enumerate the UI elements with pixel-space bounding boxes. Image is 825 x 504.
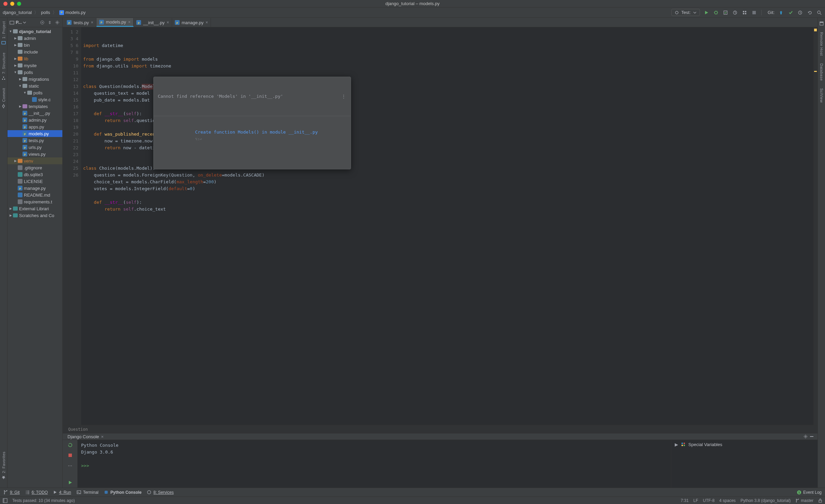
tree-item[interactable]: LICENSE: [7, 178, 62, 185]
right-tab-remote[interactable]: Remote Host: [820, 30, 824, 58]
close-icon[interactable]: ×: [91, 20, 93, 25]
tree-item[interactable]: db.sqlite3: [7, 171, 62, 178]
breadcrumb-file[interactable]: P models.py: [59, 10, 86, 15]
tree-item[interactable]: ▶Scratches and Co: [7, 212, 62, 219]
quickfix-popup[interactable]: Cannot find reference 'Models' in '__ini…: [153, 77, 351, 169]
tree-item[interactable]: README.md: [7, 192, 62, 198]
bottom-tab-run[interactable]: 4: Run: [53, 490, 71, 495]
project-tree[interactable]: ▼django_tutorial ▶admin ▶bin include ▶li…: [7, 27, 62, 488]
concurrency-button[interactable]: [742, 10, 748, 16]
editor-crumb[interactable]: Question: [63, 425, 818, 433]
git-update-button[interactable]: [778, 10, 784, 16]
tree-item[interactable]: ▶templates: [7, 103, 62, 110]
tree-item[interactable]: ▶External Librari: [7, 205, 62, 212]
lock-icon[interactable]: [818, 499, 822, 503]
left-tab-project[interactable]: 1: Project: [1, 19, 6, 47]
tree-item-selected[interactable]: pmodels.py: [7, 130, 62, 137]
tree-item[interactable]: ▼polls: [7, 89, 62, 96]
left-tab-commit[interactable]: Commit: [1, 86, 6, 110]
bottom-tab-pyconsole[interactable]: Python Console: [104, 490, 141, 495]
warning-marker-icon[interactable]: [814, 29, 817, 31]
coverage-button[interactable]: [722, 10, 729, 16]
tree-root[interactable]: ▼django_tutorial: [7, 28, 62, 35]
warning-line-marker[interactable]: [814, 71, 817, 72]
git-history-button[interactable]: [797, 10, 803, 16]
git-commit-button[interactable]: [788, 10, 794, 16]
status-caret[interactable]: 7:31: [681, 498, 688, 503]
event-log[interactable]: 1 Event Log: [797, 490, 822, 495]
expand-all-icon[interactable]: [47, 19, 53, 26]
right-tab-sciview[interactable]: SciView: [820, 86, 824, 105]
chevron-down-icon[interactable]: [23, 21, 26, 24]
tree-item[interactable]: ▶bin: [7, 42, 62, 48]
tree-item[interactable]: purls.py: [7, 144, 62, 151]
status-interpreter[interactable]: Python 3.8 (django_tutorial): [740, 498, 791, 503]
locate-icon[interactable]: [39, 19, 45, 26]
rerun-button[interactable]: [65, 442, 75, 448]
gear-icon[interactable]: [803, 433, 809, 440]
profile-button[interactable]: [732, 10, 738, 16]
debug-button[interactable]: [713, 10, 719, 16]
status-branch[interactable]: master: [795, 498, 813, 503]
quickfix-action[interactable]: Create function Models() in module __ini…: [195, 129, 318, 135]
tree-item[interactable]: ptests.py: [7, 137, 62, 144]
left-tab-favorites[interactable]: 2: Favorites: [1, 449, 6, 482]
editor-tab-active[interactable]: pmodels.py×: [96, 18, 134, 27]
code-area[interactable]: import datetime from django.db import mo…: [81, 27, 813, 425]
tree-item[interactable]: ▼static: [7, 82, 62, 89]
tree-item[interactable]: ▶mysite: [7, 62, 62, 69]
tree-item[interactable]: .gitignore: [7, 164, 62, 171]
tree-item[interactable]: p__init__.py: [7, 110, 62, 117]
stop-button[interactable]: [65, 452, 75, 458]
tree-item[interactable]: include: [7, 48, 62, 55]
tree-item[interactable]: papps.py: [7, 123, 62, 130]
gutter-icons[interactable]: [63, 27, 69, 425]
minimize-window-icon[interactable]: [10, 2, 14, 6]
close-icon[interactable]: ×: [167, 20, 169, 25]
close-window-icon[interactable]: [3, 2, 7, 6]
tree-item[interactable]: ▶venv: [7, 157, 62, 164]
close-icon[interactable]: ×: [205, 20, 208, 25]
chevron-right-icon[interactable]: ▶: [675, 442, 678, 447]
status-lineend[interactable]: LF: [693, 498, 698, 503]
tree-item[interactable]: style.c: [7, 96, 62, 103]
editor-body[interactable]: 1 2 3 4 5 6 7 8 9 10 11 12 13 14 15 16 1…: [63, 27, 818, 425]
tree-item[interactable]: ▼polls: [7, 69, 62, 76]
zoom-window-icon[interactable]: [17, 2, 21, 6]
bottom-tab-todo[interactable]: 6: TODO: [25, 490, 48, 495]
console-tab[interactable]: Django Console ×: [65, 434, 106, 439]
editor-tab[interactable]: pmanage.py×: [172, 18, 211, 27]
gear-icon[interactable]: [54, 19, 60, 26]
close-icon[interactable]: ×: [101, 434, 104, 439]
editor-tab[interactable]: ptests.py×: [64, 18, 96, 27]
marker-strip[interactable]: [813, 27, 818, 425]
execute-button[interactable]: [65, 479, 75, 486]
breadcrumb-root[interactable]: django_tutorial: [3, 10, 32, 15]
bottom-tab-terminal[interactable]: Terminal: [77, 490, 98, 495]
status-indent[interactable]: 4 spaces: [719, 498, 736, 503]
bottom-tab-services[interactable]: 8: Services: [147, 490, 173, 495]
git-revert-button[interactable]: [807, 10, 813, 16]
tree-item[interactable]: ▶migrations: [7, 76, 62, 82]
tree-item[interactable]: ▶admin: [7, 35, 62, 42]
run-button[interactable]: [703, 10, 709, 16]
editor-tab[interactable]: p__init__.py×: [134, 18, 172, 27]
tree-item[interactable]: padmin.py: [7, 117, 62, 123]
toolwindows-icon[interactable]: [3, 498, 7, 503]
left-tab-structure[interactable]: 7: Structure: [1, 50, 6, 82]
more-icon[interactable]: ⋯: [65, 462, 75, 469]
layout-icon[interactable]: [819, 20, 825, 27]
run-config-selector[interactable]: Test:: [671, 9, 700, 16]
tree-item[interactable]: ▶lib: [7, 55, 62, 62]
bottom-tab-git[interactable]: 9: Git: [3, 490, 20, 495]
hide-icon[interactable]: [809, 433, 815, 440]
stop-button[interactable]: [751, 10, 757, 16]
more-icon[interactable]: ⋮: [341, 93, 347, 100]
tree-item[interactable]: pmanage.py: [7, 185, 62, 192]
status-encoding[interactable]: UTF-8: [703, 498, 715, 503]
tree-item[interactable]: pviews.py: [7, 151, 62, 157]
search-everywhere-button[interactable]: [816, 10, 822, 16]
right-tab-database[interactable]: Database: [820, 61, 824, 83]
tree-item[interactable]: requirements.t: [7, 198, 62, 205]
breadcrumb[interactable]: django_tutorial 〉 polls 〉 P models.py: [3, 10, 86, 16]
